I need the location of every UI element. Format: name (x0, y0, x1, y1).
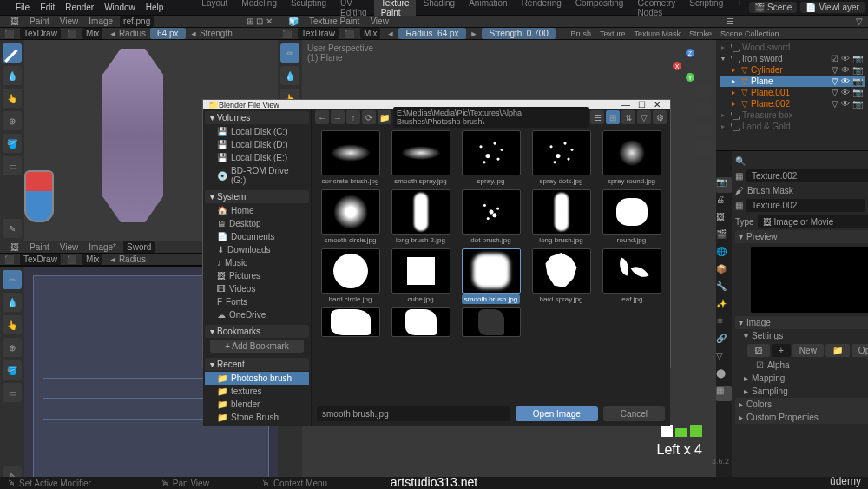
texture-panel[interactable]: Texture (595, 30, 630, 38)
blend-2[interactable]: Mix (82, 254, 103, 265)
tree-ironsword[interactable]: ▾Iron sword☑ 👁 📷 (720, 53, 865, 64)
vol-c[interactable]: 💾Local Disk (C:) (205, 125, 309, 138)
tree-cylinder[interactable]: ▸▽Cylinder▽ 👁 📷 (720, 64, 865, 76)
close-icon[interactable]: ✕ (649, 100, 665, 109)
menu-view-2[interactable]: View (55, 242, 84, 252)
settings-header[interactable]: Settings (752, 331, 783, 340)
thumb-spraydots[interactable]: spray dots.jpg (528, 130, 595, 186)
thumb-hardcircle[interactable]: hard circle.jpg (317, 248, 384, 304)
scene-field[interactable]: 🎬 Scene (749, 2, 797, 13)
add-bookmark-button[interactable]: + Add Bookmark (210, 340, 304, 353)
sampling-header[interactable]: Sampling (752, 387, 788, 396)
thumb-longbrush[interactable]: long brush.jpg (528, 189, 595, 245)
filter-icon[interactable]: ▽ (637, 110, 651, 124)
custom-header[interactable]: Custom Properties (746, 413, 819, 422)
thumb-spray[interactable]: spray.jpg (457, 130, 524, 186)
sys-pictures[interactable]: 🖼Pictures (205, 269, 309, 282)
recent-stone[interactable]: 📁Stone Brush (205, 411, 309, 424)
vol-e[interactable]: 💾Local Disk (E:) (205, 151, 309, 164)
thumb-extra2[interactable] (387, 307, 454, 337)
proptab-particle-icon[interactable]: ✨ (716, 299, 732, 314)
menu-help[interactable]: Help (141, 3, 169, 12)
soften-tool-2-icon[interactable]: 💧 (3, 293, 22, 312)
minimize-icon[interactable]: — (618, 100, 634, 109)
up-icon[interactable]: ↑ (346, 110, 360, 124)
brush-name[interactable]: TexDraw (20, 28, 61, 39)
mode-paint-2[interactable]: Paint (24, 242, 55, 252)
texture-name-2[interactable]: Texture.002 (746, 199, 865, 212)
editor-type-icon[interactable]: 🖼 (5, 17, 24, 26)
outliner-type-icon[interactable]: ☰ (721, 17, 740, 26)
sys-documents[interactable]: 📄Documents (205, 230, 309, 243)
brush-panel[interactable]: Brush (566, 30, 595, 38)
draw-tool-icon[interactable] (3, 43, 22, 63)
blend-mode[interactable]: Mix (82, 28, 103, 39)
sys-home[interactable]: 🏠Home (205, 204, 309, 217)
thumb-smoothspray[interactable]: smooth spray.jpg (387, 130, 454, 186)
texture-name[interactable]: Texture.002 (746, 169, 868, 182)
menu-window[interactable]: Window (99, 3, 141, 12)
clone-tool-icon[interactable]: ⊕ (3, 111, 22, 130)
brush-thumb-3d-icon[interactable]: ⬛ (278, 30, 296, 38)
recent-photosho[interactable]: 📁Photosho brush (205, 372, 309, 385)
thumb-longbrush2[interactable]: long brush 2.jpg (387, 189, 454, 245)
thumb-concrete[interactable]: concrete brush.jpg (317, 130, 384, 186)
image-header[interactable]: Image (746, 318, 771, 327)
maximize-icon[interactable]: ☐ (634, 100, 649, 109)
view-thumb-icon[interactable]: ⊞ (606, 110, 620, 124)
sys-fonts[interactable]: FFonts (205, 295, 309, 308)
proptab-object-icon[interactable]: 📦 (716, 264, 732, 280)
vol-g[interactable]: 💿BD-ROM Drive (G:) (205, 164, 309, 187)
brush-name-3d[interactable]: TexDraw (298, 28, 339, 39)
recent-textures[interactable]: 📁textures (205, 385, 309, 398)
sys-onedrive[interactable]: ☁OneDrive (205, 308, 309, 321)
tree-treasure[interactable]: ▸Treasure box (720, 109, 865, 121)
draw-3d-icon[interactable]: ✏ (280, 43, 299, 63)
menu-image-2[interactable]: Image* (83, 242, 122, 252)
bookmarks-header[interactable]: ▾Bookmarks (205, 325, 309, 338)
view-list-icon[interactable]: ☰ (590, 110, 604, 124)
soften-tool-icon[interactable]: 💧 (3, 66, 22, 85)
smear-tool-2-icon[interactable]: 👆 (3, 315, 22, 334)
menu-file[interactable]: File (10, 3, 35, 12)
forward-icon[interactable]: → (331, 110, 345, 124)
new-button[interactable]: New (792, 344, 824, 357)
sort-icon[interactable]: ⇅ (621, 110, 635, 124)
mask-tool-2-icon[interactable]: ▭ (3, 383, 22, 402)
thumb-hardspray[interactable]: hard spray.jpg (528, 248, 595, 304)
radius-slider-3d[interactable]: Radius 64 px (398, 28, 465, 39)
fill-tool-icon[interactable]: 🪣 (3, 134, 22, 153)
color-swatch-3d[interactable]: ⬛ (340, 30, 358, 38)
radius-slider[interactable]: 64 px (150, 28, 185, 39)
fill-tool-2-icon[interactable]: 🪣 (3, 360, 22, 380)
proptab-render-icon[interactable]: 📷 (716, 177, 732, 193)
proptab-data-icon[interactable]: ▽ (716, 351, 732, 367)
mask-tool-icon[interactable]: ▭ (3, 156, 22, 175)
open-image-button[interactable]: Open Image (516, 406, 598, 421)
colors-header[interactable]: Colors (746, 400, 772, 409)
vol-d[interactable]: 💾Local Disk (D:) (205, 138, 309, 151)
zoom-icon[interactable] (695, 83, 711, 99)
mode-paint[interactable]: Paint (24, 17, 55, 26)
proptab-view-icon[interactable]: 🖼 (716, 212, 732, 228)
proptab-material-icon[interactable]: ⬤ (716, 368, 732, 384)
proptab-texture-icon[interactable]: ▦ (716, 386, 732, 401)
viewlayer-field[interactable]: 📄 ViewLayer (800, 2, 865, 13)
proptab-output-icon[interactable]: 🖨 (716, 195, 732, 210)
soften-3d-icon[interactable]: 💧 (280, 66, 299, 85)
thumb-smoothbrush[interactable]: smooth brush.jpg (457, 248, 524, 304)
move-icon[interactable] (695, 102, 711, 118)
outliner-filter-icon[interactable]: ▽ (856, 17, 863, 26)
editor-type-3d-icon[interactable]: 🧊 (283, 17, 304, 26)
refresh-icon[interactable]: ⟳ (362, 110, 376, 124)
image-browse-icon[interactable]: 🖼 (747, 344, 770, 357)
thumb-leaf[interactable]: leaf.jpg (598, 248, 665, 304)
proptab-modifier-icon[interactable]: 🔧 (716, 281, 732, 297)
menu-edit[interactable]: Edit (35, 3, 60, 12)
tree-woodsword[interactable]: ▸Wood sword (720, 42, 865, 53)
settings-icon[interactable]: ⚙ (653, 110, 667, 124)
menu-view[interactable]: View (55, 17, 84, 26)
preview-header[interactable]: Preview (746, 232, 778, 241)
add-icon[interactable]: + (772, 344, 791, 357)
thumb-dotbrush[interactable]: dot brush.jpg (457, 189, 524, 245)
